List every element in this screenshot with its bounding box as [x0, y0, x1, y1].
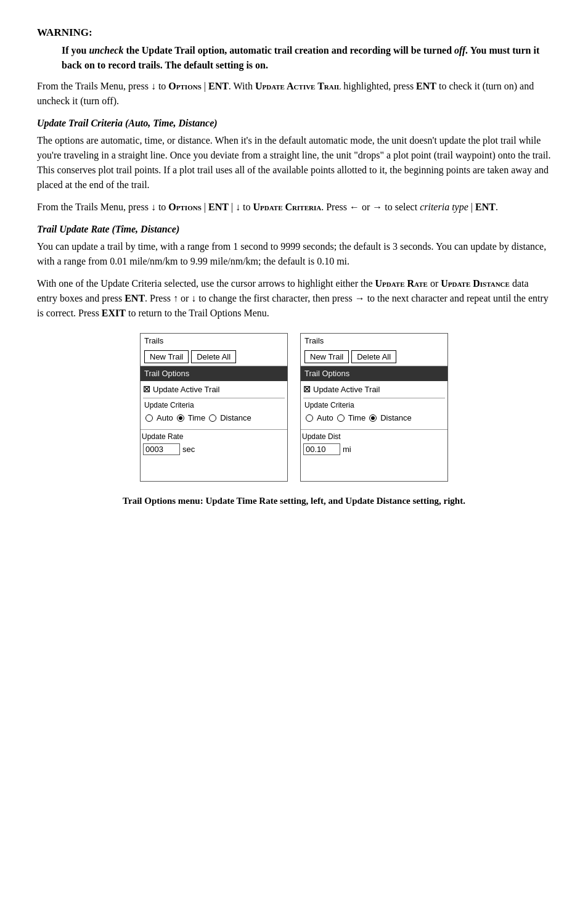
radio-distance-label-left: Distance	[220, 412, 251, 424]
radio-auto-label-left: Auto	[157, 412, 173, 424]
update-active-trail-right[interactable]: ☒ Update Active Trail	[301, 381, 447, 397]
screen-right-spacer	[301, 456, 447, 481]
ent-label-2: ENT	[416, 81, 436, 91]
screens-caption: Trail Options menu: Update Time Rate set…	[37, 494, 551, 508]
radio-row-right: Auto Time Distance	[303, 411, 445, 426]
criteria-group-left: Update Criteria Auto Time Distance	[141, 397, 287, 427]
section2-body: You can update a trail by time, with a r…	[37, 239, 551, 269]
trail-options-header-left: Trail Options	[141, 366, 287, 381]
warning-section: WARNING: If you uncheck the Update Trail…	[37, 25, 551, 73]
uc-label: Update Criteria	[253, 202, 322, 212]
warning-label: WARNING:	[37, 27, 92, 38]
paragraph-2: From the Trails Menu, press ↓ to Options…	[37, 200, 551, 215]
checkbox-icon-left: ☒	[143, 384, 150, 396]
ent-label-5: ENT	[125, 293, 145, 303]
screen-left-title: Trails	[141, 334, 287, 348]
update-active-trail-label-left: Update Active Trail	[153, 384, 219, 396]
paragraph-1: From the Trails Menu, press ↓ to Options…	[37, 79, 551, 109]
radio-time-label-left: Time	[188, 412, 205, 424]
delete-all-button-left[interactable]: Delete All	[191, 350, 236, 363]
update-active-trail-left[interactable]: ☒ Update Active Trail	[141, 381, 287, 397]
radio-auto-icon-right[interactable]	[306, 414, 313, 422]
options-label: Options	[168, 81, 201, 91]
update-rate-row-right: mi	[301, 442, 447, 457]
ent-label-4: ENT	[475, 202, 496, 212]
screen-right-btn-row: New Trail Delete All	[301, 348, 447, 366]
section2-title: Trail Update Rate (Time, Distance)	[37, 222, 551, 237]
warning-text: If you uncheck the Update Trail option, …	[62, 43, 551, 73]
ent-label-3: ENT	[208, 202, 229, 212]
ent-label-1: ENT	[208, 81, 229, 91]
radio-distance-icon-right[interactable]	[369, 414, 377, 422]
update-active-trail-label-right: Update Active Trail	[313, 384, 380, 396]
rate-input-right[interactable]	[303, 443, 340, 455]
radio-distance-icon-left[interactable]	[209, 414, 216, 422]
rate-unit-left: sec	[182, 443, 195, 456]
screens-container: Trails New Trail Delete All Trail Option…	[37, 333, 551, 482]
update-rate-label-right: Update Dist	[301, 429, 447, 442]
screen-left-btn-row: New Trail Delete All	[141, 348, 287, 366]
update-rate-row-left: sec	[141, 442, 287, 457]
update-distance-ref: Update Distance	[441, 278, 510, 289]
criteria-type-label: criteria type	[420, 202, 468, 212]
radio-distance-label-right: Distance	[380, 412, 412, 424]
criteria-label-left: Update Criteria	[143, 398, 285, 411]
radio-time-icon-right[interactable]	[337, 414, 345, 422]
rate-unit-right: mi	[343, 443, 351, 456]
delete-all-button-right[interactable]: Delete All	[351, 350, 396, 363]
screen-left: Trails New Trail Delete All Trail Option…	[140, 333, 288, 482]
checkbox-icon-right: ☒	[303, 384, 311, 396]
radio-row-left: Auto Time Distance	[143, 411, 285, 426]
paragraph-3: With one of the Update Criteria selected…	[37, 276, 551, 321]
radio-time-label-right: Time	[348, 412, 365, 424]
exit-label: EXIT	[102, 308, 126, 318]
criteria-label-right: Update Criteria	[303, 398, 445, 411]
section1-body: The options are automatic, time, or dist…	[37, 133, 551, 192]
screen-left-spacer	[141, 456, 287, 481]
radio-time-icon-left[interactable]	[177, 414, 184, 422]
screen-right: Trails New Trail Delete All Trail Option…	[300, 333, 448, 482]
update-rate-ref: Update Rate	[375, 278, 428, 289]
rate-input-left[interactable]	[143, 443, 180, 455]
radio-auto-label-right: Auto	[317, 412, 333, 424]
uat-label: Update Active Trail	[255, 81, 341, 91]
new-trail-button-left[interactable]: New Trail	[144, 350, 189, 363]
section1-title: Update Trail Criteria (Auto, Time, Dista…	[37, 116, 551, 131]
update-rate-label-left: Update Rate	[141, 429, 287, 442]
criteria-group-right: Update Criteria Auto Time Distance	[301, 397, 447, 427]
new-trail-button-right[interactable]: New Trail	[304, 350, 349, 363]
trail-options-header-right: Trail Options	[301, 366, 447, 381]
radio-auto-icon-left[interactable]	[145, 414, 153, 422]
options-label-2: Options	[168, 202, 201, 212]
screen-right-title: Trails	[301, 334, 447, 348]
